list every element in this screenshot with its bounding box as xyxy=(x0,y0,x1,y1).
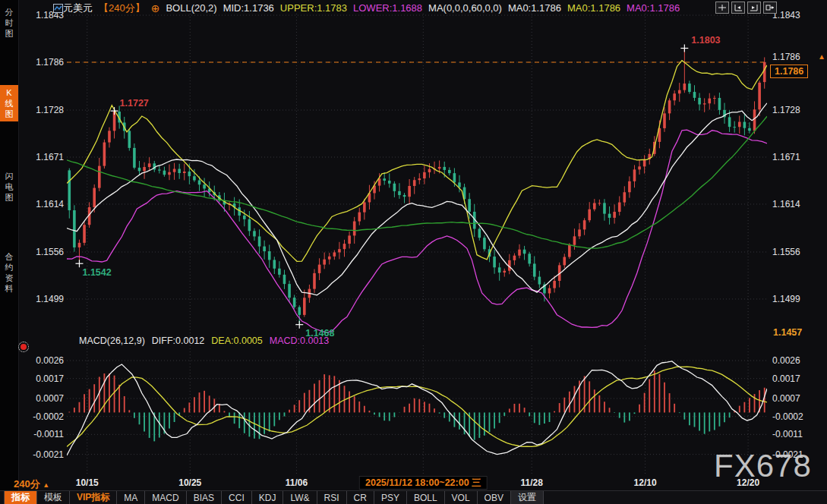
price-tick-label: 1.1614 xyxy=(36,199,64,209)
ma0-value-3: MA0:1.1786 xyxy=(627,2,680,14)
price-tick-label: 1.1728 xyxy=(36,105,64,115)
period-label[interactable]: 【240分】 xyxy=(99,2,145,15)
boll-upper-value: UPPER:1.1783 xyxy=(280,2,347,14)
svg-text:1.1542: 1.1542 xyxy=(82,267,111,278)
sidebar-tab-合约资料[interactable]: 合约资料 xyxy=(0,249,18,296)
pan-right-icon[interactable] xyxy=(763,2,777,14)
price-tick-label: 1.1499 xyxy=(772,294,800,304)
price-tick-label: 1.1614 xyxy=(772,199,800,209)
toolbar-item-BIAS[interactable]: BIAS xyxy=(187,491,222,504)
macd-tick-label: -0.0002 xyxy=(33,411,64,422)
svg-text:1.1727: 1.1727 xyxy=(120,98,149,109)
chart-toolbar-icons xyxy=(715,2,777,14)
toolbar-item-指标[interactable]: 指标 xyxy=(4,491,37,504)
toolbar-item-设置[interactable]: 设置 xyxy=(511,491,544,504)
macd-formula: MACD(26,12,9) xyxy=(79,335,145,346)
date-tick-label: 10/15 xyxy=(76,477,99,488)
add-indicator-icon[interactable]: ⊕ xyxy=(151,2,160,14)
crosshair-time-readout: 2025/11/12 18:00~22:00 三 xyxy=(359,476,488,490)
boll-lower-value: LOWER:1.1688 xyxy=(353,2,422,14)
date-tick-label: 10/25 xyxy=(178,477,201,488)
macd-tick-label: 0.0007 xyxy=(36,393,64,404)
toolbar-item-CR[interactable]: CR xyxy=(347,491,374,504)
period-selector[interactable]: 240分 ▲ xyxy=(14,477,49,491)
indicator-toolbar: 指标模板VIP指标MAMACDBIASCCIKDJLW&RSICRPSYBOLL… xyxy=(0,490,827,504)
price-up-arrow-icon: ▲ xyxy=(818,52,825,61)
session-low-label: 1.1457 xyxy=(773,327,802,338)
toolbar-item-KDJ[interactable]: KDJ xyxy=(252,491,284,504)
toolbar-item-VOL[interactable]: VOL xyxy=(445,491,478,504)
macd-macd-value: MACD:0.0013 xyxy=(270,335,330,346)
macd-dea-value: DEA:0.0005 xyxy=(211,335,262,346)
price-tick-label: 1.1499 xyxy=(36,294,64,304)
sidebar-tab-闪电图[interactable]: 闪电图 xyxy=(0,169,18,205)
macd-diff-value: DIFF:0.0012 xyxy=(152,335,204,346)
macd-tick-label: 0.0007 xyxy=(772,393,800,404)
toolbar-item-RSI[interactable]: RSI xyxy=(317,491,347,504)
boll-mid-value: MID:1.1736 xyxy=(223,2,274,14)
drawing-marker-icon[interactable] xyxy=(21,344,27,350)
macd-tick-label: -0.0011 xyxy=(33,429,64,439)
boll-formula: BOLL(20,2) xyxy=(166,2,216,14)
toolbar-item-BOLL[interactable]: BOLL xyxy=(407,491,445,504)
price-tick-label: 1.1786 xyxy=(36,57,64,68)
svg-text:1.1803: 1.1803 xyxy=(691,35,720,46)
toolbar-item-MACD[interactable]: MACD xyxy=(145,491,186,504)
macd-tick-label: 0.0017 xyxy=(36,373,64,384)
macd-tick-label: 0.0026 xyxy=(36,355,64,366)
toolbar-item-模板[interactable]: 模板 xyxy=(37,491,70,504)
ma-formula: MA(0,0,0,60,0,0) xyxy=(428,2,502,14)
trading-app-window: 分时图K线图闪电图合约资料 欧元美元 【240分】 ⊕ BOLL(20,2) M… xyxy=(0,0,827,504)
time-axis: 240分 ▲ 2025/11/12 18:00~22:00 三 10/1510/… xyxy=(0,475,827,490)
date-tick-label: 12/10 xyxy=(634,477,657,488)
macd-header: MACD(26,12,9) DIFF:0.0012 DEA:0.0005 MAC… xyxy=(79,335,329,346)
toolbar-item-VIP指标[interactable]: VIP指标 xyxy=(70,491,117,504)
watermark: FX678 xyxy=(714,448,812,484)
macd-tick-label: 0.0017 xyxy=(772,373,800,384)
macd-tick-label: 0.0026 xyxy=(772,355,800,366)
toolbar-item-LW&[interactable]: LW& xyxy=(283,491,317,504)
period-up-arrow: ▲ xyxy=(43,481,49,489)
current-price-tag: 1.1786 xyxy=(770,65,808,78)
price-tick-label: 1.1671 xyxy=(36,152,64,162)
move-tool-icon[interactable] xyxy=(715,2,729,14)
sidebar-tab-K线图[interactable]: K线图 xyxy=(0,85,18,121)
macd-tick-label: -0.0002 xyxy=(772,411,803,422)
macd-tick-label: -0.0011 xyxy=(772,429,803,439)
macd-chart[interactable] xyxy=(67,345,767,474)
price-tick-label: 1.1556 xyxy=(772,247,800,257)
scale-left-icon[interactable] xyxy=(731,2,745,14)
chart-line-icon xyxy=(53,4,63,13)
price-chart[interactable]: 1.15421.17271.14681.1803 xyxy=(67,14,767,340)
left-sidebar: 分时图K线图闪电图合约资料 xyxy=(0,0,19,504)
date-tick-label: 11/06 xyxy=(286,477,308,488)
toolbar-item-PSY[interactable]: PSY xyxy=(374,491,407,504)
price-tick-label: 1.1728 xyxy=(772,105,800,115)
ma0-value-2: MA0:1.1786 xyxy=(567,2,620,14)
toolbar-item-CCI[interactable]: CCI xyxy=(222,491,252,504)
price-tick-label: 1.1556 xyxy=(36,247,64,257)
chart-header: 欧元美元 【240分】 ⊕ BOLL(20,2) MID:1.1736 UPPE… xyxy=(53,2,680,14)
macd-tick-label: -0.0021 xyxy=(33,449,64,460)
price-tick-label: 1.1786 xyxy=(772,52,800,62)
sidebar-tab-分时图[interactable]: 分时图 xyxy=(0,5,18,41)
scale-right-icon[interactable] xyxy=(747,2,761,14)
price-tick-label: 1.1671 xyxy=(772,152,800,162)
date-tick-label: 11/28 xyxy=(521,477,543,488)
ma0-value-1: MA0:1.1786 xyxy=(508,2,561,14)
toolbar-item-OBV[interactable]: OBV xyxy=(478,491,511,504)
toolbar-item-MA[interactable]: MA xyxy=(117,491,145,504)
